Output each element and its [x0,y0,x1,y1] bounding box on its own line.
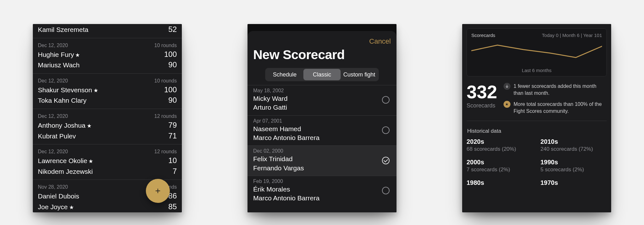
radio-checked-icon[interactable] [382,157,390,164]
segmented-control[interactable]: ScheduleClassicCustom fight [265,68,379,81]
segment-custom-fight[interactable]: Custom fight [341,69,378,80]
fight-date: Dec 12, 2020 [38,78,68,84]
fighter-name: Daniel Dubois [38,192,79,201]
fighter-name: Hughie Fury★ [38,50,80,59]
decade-title: 2000s [467,159,533,166]
fight-date: Apr 07, 2001 [253,118,382,124]
fighter-name: Toka Kahn Clary [38,96,86,105]
total-scorecards-number: 332 [467,83,497,101]
scorecard-row[interactable]: Dec 12, 202012 roundsLawrence Okolie★10N… [33,144,182,180]
classic-fight-row[interactable]: Dec 02, 2000Felix TrinidadFernando Varga… [247,145,397,176]
segment-schedule[interactable]: Schedule [266,69,303,80]
decade-cell[interactable]: 2010s240 scorecards (72%) [540,138,607,152]
fighter-name: Fernando Vargas [253,164,382,173]
fighter-name: Marco Antonio Barrera [253,133,382,142]
fighter-name: Naseem Hamed [253,125,382,133]
classic-fight-row[interactable]: Feb 19, 2000Érik MoralesMarco Antonio Ba… [247,176,397,206]
fight-date: Nov 28, 2020 [38,184,68,190]
fight-date: May 18, 2002 [253,88,382,94]
scorecard-row[interactable]: Dec 12, 202010 roundsShakur Stevenson★10… [33,74,182,109]
arrow-down-icon [504,83,510,90]
classic-fight-row[interactable]: Apr 07, 2001Naseem HamedMarco Antonio Ba… [247,115,397,146]
decade-subtitle: 7 scorecards (2%) [467,167,533,173]
fight-date: Dec 12, 2020 [38,43,68,48]
segment-classic[interactable]: Classic [303,69,341,80]
fighter-score: 71 [168,131,177,141]
insight-row: 1 fewer scorecards added this month than… [504,83,607,96]
insight-text: More total scorecards than 100% of the F… [514,101,607,114]
fighter-name: Micky Ward [253,94,382,103]
fighter-score: 90 [168,59,177,70]
fighter-score: 7 [173,166,177,177]
fighter-score: 10 [168,155,177,166]
sparkline-chart [471,40,602,64]
classic-fight-row[interactable]: May 18, 2002Micky WardArturo Gatti [247,85,397,115]
decade-title: 1980s [467,179,533,186]
decade-subtitle: 240 scorecards (72%) [540,146,607,152]
rounds-label: 12 rounds [154,149,177,155]
radio-icon[interactable] [382,96,390,104]
radio-icon[interactable] [382,126,390,134]
star-icon: ★ [93,88,98,94]
star-icon: ★ [69,204,74,210]
fight-date: Dec 12, 2020 [38,113,68,119]
insight-text: 1 fewer scorecards added this month than… [514,83,607,96]
fighter-name: Nikodem Jezewski [38,167,93,176]
fighter-name: Anthony Joshua★ [38,121,92,130]
add-scorecard-fab[interactable] [146,179,170,203]
radio-icon[interactable] [382,187,390,194]
scorecard-row[interactable]: Kamil Szeremeta52 [33,24,182,38]
decade-cell[interactable]: 2020s68 scorecards (20%) [467,138,533,152]
rounds-label: 12 rounds [154,113,177,119]
decade-title: 1990s [540,159,607,166]
rounds-label: 10 rounds [154,78,177,84]
new-scorecard-screen: Cancel New Scorecard ScheduleClassicCust… [247,24,397,212]
decade-cell[interactable]: 1990s5 scorecards (2%) [540,159,607,173]
fighter-name: Arturo Gatti [253,103,382,112]
rounds-label: 10 rounds [154,43,177,48]
decade-cell[interactable]: 2000s7 scorecards (2%) [467,159,533,173]
decade-subtitle: 5 scorecards (2%) [540,167,607,173]
fight-date: Dec 12, 2020 [38,149,68,155]
scorecard-row[interactable]: Dec 12, 202012 roundsAnthony Joshua★79Ku… [33,109,182,144]
total-scorecards-label: Scorecards [467,102,497,109]
new-scorecard-sheet: Cancel New Scorecard ScheduleClassicCust… [247,31,397,212]
scorecard-row[interactable]: Dec 12, 202010 roundsHughie Fury★100Mari… [33,38,182,74]
star-icon: ★ [504,101,510,108]
decade-cell[interactable]: 1980s [467,179,533,187]
cancel-button[interactable]: Cancel [369,37,391,46]
fight-date: Feb 19, 2000 [253,179,382,184]
fighter-score: 90 [168,95,177,106]
scorecards-chart-card: Scorecards Today 0 | Month 6 | Year 101 … [467,28,607,76]
chart-meta: Today 0 | Month 6 | Year 101 [542,33,602,38]
decade-subtitle: 68 scorecards (20%) [467,146,533,152]
chart-caption: Last 6 months [471,68,602,73]
fighter-score: 52 [168,24,177,35]
decade-cell[interactable]: 1970s [540,179,607,187]
fighter-score: 100 [164,84,177,95]
star-icon: ★ [88,158,93,164]
star-icon: ★ [87,123,92,129]
decade-title: 2020s [467,138,533,145]
insight-row: ★ More total scorecards than 100% of the… [504,101,607,114]
fighter-name: Shakur Stevenson★ [38,85,98,94]
fighter-name: Felix Trinidad [253,155,382,163]
fighter-score: 79 [168,120,177,131]
fighter-score: 85 [168,201,177,212]
plus-icon [154,187,161,194]
scorecards-list-screen: Kamil Szeremeta52Dec 12, 202010 roundsHu… [33,24,182,212]
fighter-name: Lawrence Okolie★ [38,156,93,165]
fighter-name: Kubrat Pulev [38,131,76,141]
fighter-name: Érik Morales [253,185,382,194]
fighter-score: 100 [164,49,177,60]
fighter-name: Joe Joyce★ [38,202,74,211]
chart-title: Scorecards [471,33,495,38]
fighter-name: Kamil Szeremeta [38,25,88,34]
fighter-name: Marco Antonio Barrera [253,194,382,203]
decade-title: 2010s [540,138,607,145]
decade-title: 1970s [540,179,607,186]
sheet-title: New Scorecard [247,46,397,68]
fight-date: Dec 02, 2000 [253,148,382,154]
stats-screen: Scorecards Today 0 | Month 6 | Year 101 … [462,24,611,212]
star-icon: ★ [75,52,80,58]
